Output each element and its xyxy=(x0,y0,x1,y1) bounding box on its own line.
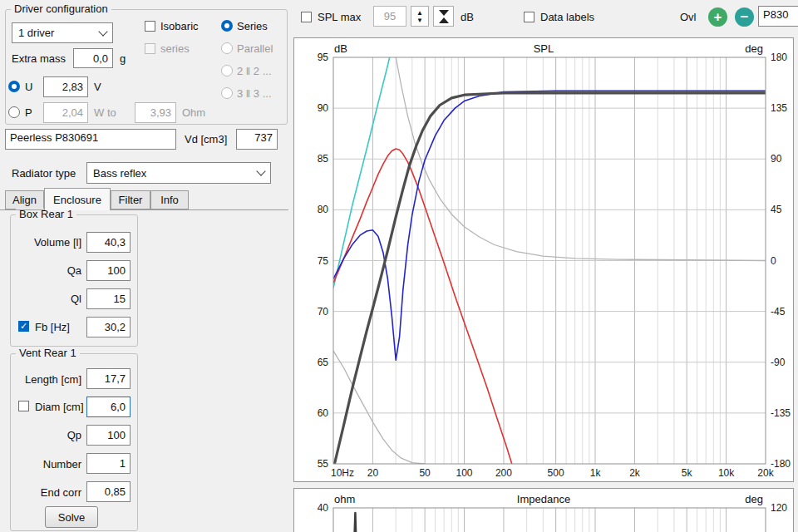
parallel-radio[interactable] xyxy=(221,42,233,54)
svg-text:80: 80 xyxy=(318,204,329,215)
svg-text:55: 55 xyxy=(318,458,329,470)
add-overlay-button[interactable]: + xyxy=(708,7,727,27)
spl-chart: 10Hz20501002005001k2k5k10k20k95908580757… xyxy=(294,38,793,481)
overlay-name-field[interactable]: P830 xyxy=(758,6,798,27)
svg-text:135: 135 xyxy=(771,102,787,114)
tab-align[interactable]: Align xyxy=(5,190,44,209)
power-radio[interactable] xyxy=(8,106,20,118)
vent-number-input[interactable] xyxy=(86,453,131,474)
plus-icon: + xyxy=(714,10,722,24)
svg-text:50: 50 xyxy=(419,467,431,479)
voltage-radio[interactable] xyxy=(8,81,20,92)
power-ohm-input[interactable] xyxy=(135,102,176,123)
spl-max-label: SPL max xyxy=(318,11,361,23)
qp-label: Qp xyxy=(10,429,81,441)
isobaric-checkbox[interactable] xyxy=(145,21,155,32)
autoscale-button[interactable] xyxy=(433,6,454,27)
radiator-type-label: Radiator type xyxy=(12,167,76,180)
spl-max-input[interactable] xyxy=(373,6,406,27)
svg-text:95: 95 xyxy=(318,52,329,63)
power-input[interactable] xyxy=(43,102,88,123)
svg-text:10k: 10k xyxy=(718,467,735,479)
svg-text:120: 120 xyxy=(771,502,787,514)
voltage-input[interactable] xyxy=(43,76,88,97)
arrow-down-icon: ▼ xyxy=(416,17,423,24)
tab-enclosure[interactable]: Enclosure xyxy=(44,188,111,210)
three-parallel-label: 3 ‖ 3 ... xyxy=(237,87,272,100)
fb-label: Fb [Hz] xyxy=(35,321,70,333)
driver-name-field[interactable]: Peerless P830691 xyxy=(5,129,176,150)
overlay-label: Ovl xyxy=(680,11,697,23)
svg-text:70: 70 xyxy=(318,306,329,318)
diam-input[interactable] xyxy=(86,397,131,417)
extra-mass-input[interactable] xyxy=(73,48,113,68)
tab-enclosure-label: Enclosure xyxy=(53,194,101,206)
chevron-down-icon xyxy=(256,166,265,175)
end-corr-input[interactable] xyxy=(86,481,131,502)
tab-info[interactable]: Info xyxy=(150,190,189,209)
driver-count-select[interactable]: 1 driver xyxy=(12,22,113,43)
box-rear-label: Box Rear 1 xyxy=(16,209,76,220)
svg-text:200: 200 xyxy=(495,467,512,479)
voltage-radio-label: U xyxy=(25,81,32,93)
svg-text:40: 40 xyxy=(318,502,329,514)
diam-label: Diam [cm] xyxy=(35,401,84,413)
two-parallel-label: 2 ‖ 2 ... xyxy=(237,65,272,77)
spl-max-checkbox[interactable] xyxy=(301,12,312,22)
driver-configuration-label: Driver configuration xyxy=(11,3,111,15)
db-unit-label: dB xyxy=(461,11,474,23)
vent-rear-label: Vent Rear 1 xyxy=(16,347,80,359)
remove-overlay-button[interactable]: − xyxy=(735,7,754,27)
fb-checkbox[interactable] xyxy=(18,321,29,332)
svg-text:65: 65 xyxy=(318,357,329,368)
power-ohm-unit: Ohm xyxy=(182,106,205,119)
svg-text:75: 75 xyxy=(318,255,329,267)
volume-label: Volume [l] xyxy=(10,236,81,249)
svg-text:180: 180 xyxy=(771,52,787,63)
svg-text:90: 90 xyxy=(318,102,329,114)
svg-text:45: 45 xyxy=(771,204,782,215)
extra-mass-label: Extra mass xyxy=(12,52,66,65)
svg-text:500: 500 xyxy=(548,467,564,479)
power-radio-label: P xyxy=(25,106,32,119)
qp-input[interactable] xyxy=(86,425,131,446)
data-labels-label: Data labels xyxy=(540,11,594,23)
end-corr-label: End corr xyxy=(10,486,81,499)
data-labels-checkbox[interactable] xyxy=(524,12,534,22)
radiator-type-select[interactable]: Bass reflex xyxy=(86,162,271,184)
vent-number-label: Number xyxy=(10,458,81,470)
svg-text:60: 60 xyxy=(318,407,329,419)
diam-checkbox[interactable] xyxy=(18,401,29,411)
solve-button[interactable]: Solve xyxy=(45,506,98,528)
svg-text:100: 100 xyxy=(456,467,473,479)
extra-mass-unit: g xyxy=(120,52,126,65)
three-parallel-radio[interactable] xyxy=(221,87,233,99)
svg-text:5k: 5k xyxy=(682,467,693,479)
autoscale-bowtie-icon xyxy=(437,9,451,24)
svg-text:-135: -135 xyxy=(771,407,791,419)
spl-max-stepper[interactable]: ▲ ▼ xyxy=(411,6,429,27)
tab-filter[interactable]: Filter xyxy=(111,190,150,209)
svg-text:1k: 1k xyxy=(590,467,602,479)
svg-text:-180: -180 xyxy=(771,458,791,470)
radiator-type-value: Bass reflex xyxy=(93,167,146,180)
volume-input[interactable] xyxy=(86,232,131,253)
svg-text:10Hz: 10Hz xyxy=(331,467,354,479)
svg-text:85: 85 xyxy=(318,153,329,165)
minus-icon: − xyxy=(741,10,749,24)
impedance-chart-panel: ohm Impedance deg 40120 xyxy=(293,488,794,532)
ql-input[interactable] xyxy=(86,288,131,309)
parallel-label: Parallel xyxy=(237,42,273,55)
qa-input[interactable] xyxy=(86,260,131,281)
series-radio[interactable] xyxy=(221,20,233,32)
arrow-up-icon: ▲ xyxy=(416,9,423,17)
fb-input[interactable] xyxy=(86,317,131,337)
two-parallel-radio[interactable] xyxy=(221,65,233,76)
voltage-unit: V xyxy=(94,81,101,93)
tab-align-label: Align xyxy=(12,194,37,206)
ql-label: Ql xyxy=(10,293,81,305)
solve-button-label: Solve xyxy=(58,511,86,524)
series2-checkbox[interactable] xyxy=(145,43,155,54)
impedance-chart: 40120 xyxy=(294,489,793,532)
vent-length-input[interactable] xyxy=(86,368,131,389)
